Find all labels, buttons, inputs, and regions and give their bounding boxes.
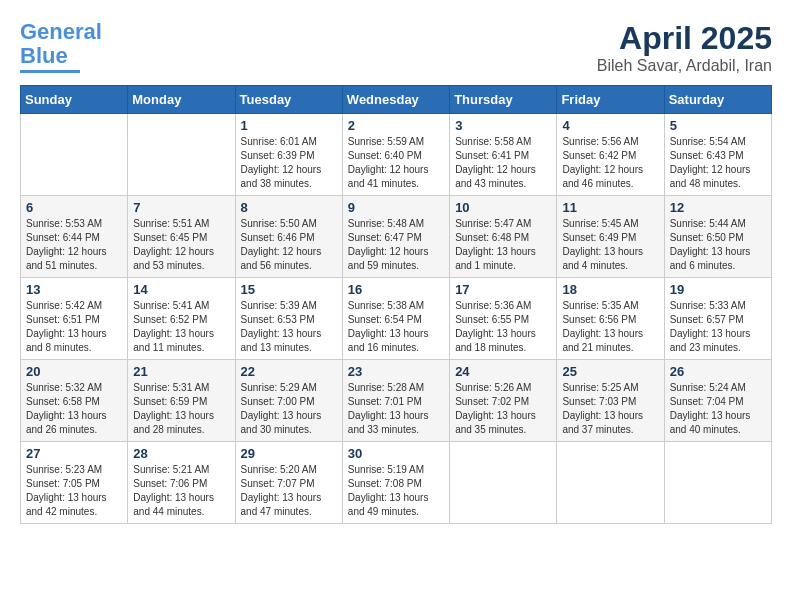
calendar-cell: 25Sunrise: 5:25 AM Sunset: 7:03 PM Dayli… [557, 360, 664, 442]
day-info: Sunrise: 5:51 AM Sunset: 6:45 PM Dayligh… [133, 217, 229, 273]
calendar-cell: 7Sunrise: 5:51 AM Sunset: 6:45 PM Daylig… [128, 196, 235, 278]
day-number: 5 [670, 118, 766, 133]
calendar-cell: 11Sunrise: 5:45 AM Sunset: 6:49 PM Dayli… [557, 196, 664, 278]
day-info: Sunrise: 5:33 AM Sunset: 6:57 PM Dayligh… [670, 299, 766, 355]
calendar-cell [21, 114, 128, 196]
calendar-cell: 17Sunrise: 5:36 AM Sunset: 6:55 PM Dayli… [450, 278, 557, 360]
day-number: 26 [670, 364, 766, 379]
weekday-header: SundayMondayTuesdayWednesdayThursdayFrid… [21, 86, 772, 114]
day-info: Sunrise: 5:20 AM Sunset: 7:07 PM Dayligh… [241, 463, 337, 519]
logo-underline [20, 70, 80, 73]
day-info: Sunrise: 5:36 AM Sunset: 6:55 PM Dayligh… [455, 299, 551, 355]
calendar-cell: 3Sunrise: 5:58 AM Sunset: 6:41 PM Daylig… [450, 114, 557, 196]
weekday-header-cell: Sunday [21, 86, 128, 114]
day-number: 12 [670, 200, 766, 215]
calendar-cell: 24Sunrise: 5:26 AM Sunset: 7:02 PM Dayli… [450, 360, 557, 442]
day-info: Sunrise: 5:56 AM Sunset: 6:42 PM Dayligh… [562, 135, 658, 191]
day-number: 23 [348, 364, 444, 379]
day-info: Sunrise: 5:48 AM Sunset: 6:47 PM Dayligh… [348, 217, 444, 273]
weekday-header-cell: Saturday [664, 86, 771, 114]
calendar-cell: 2Sunrise: 5:59 AM Sunset: 6:40 PM Daylig… [342, 114, 449, 196]
calendar-cell: 15Sunrise: 5:39 AM Sunset: 6:53 PM Dayli… [235, 278, 342, 360]
weekday-header-cell: Wednesday [342, 86, 449, 114]
weekday-header-cell: Monday [128, 86, 235, 114]
calendar-table: SundayMondayTuesdayWednesdayThursdayFrid… [20, 85, 772, 524]
calendar-cell: 16Sunrise: 5:38 AM Sunset: 6:54 PM Dayli… [342, 278, 449, 360]
calendar-cell: 19Sunrise: 5:33 AM Sunset: 6:57 PM Dayli… [664, 278, 771, 360]
day-number: 22 [241, 364, 337, 379]
calendar-week-row: 1Sunrise: 6:01 AM Sunset: 6:39 PM Daylig… [21, 114, 772, 196]
calendar-week-row: 27Sunrise: 5:23 AM Sunset: 7:05 PM Dayli… [21, 442, 772, 524]
day-info: Sunrise: 5:19 AM Sunset: 7:08 PM Dayligh… [348, 463, 444, 519]
day-number: 25 [562, 364, 658, 379]
calendar-cell: 20Sunrise: 5:32 AM Sunset: 6:58 PM Dayli… [21, 360, 128, 442]
logo-text: General Blue [20, 20, 102, 68]
calendar-cell: 29Sunrise: 5:20 AM Sunset: 7:07 PM Dayli… [235, 442, 342, 524]
weekday-header-cell: Tuesday [235, 86, 342, 114]
day-info: Sunrise: 5:38 AM Sunset: 6:54 PM Dayligh… [348, 299, 444, 355]
calendar-week-row: 13Sunrise: 5:42 AM Sunset: 6:51 PM Dayli… [21, 278, 772, 360]
day-number: 8 [241, 200, 337, 215]
day-number: 27 [26, 446, 122, 461]
calendar-week-row: 20Sunrise: 5:32 AM Sunset: 6:58 PM Dayli… [21, 360, 772, 442]
logo-blue: Blue [20, 43, 68, 68]
day-number: 28 [133, 446, 229, 461]
day-info: Sunrise: 5:39 AM Sunset: 6:53 PM Dayligh… [241, 299, 337, 355]
calendar-cell: 27Sunrise: 5:23 AM Sunset: 7:05 PM Dayli… [21, 442, 128, 524]
day-number: 17 [455, 282, 551, 297]
day-info: Sunrise: 5:31 AM Sunset: 6:59 PM Dayligh… [133, 381, 229, 437]
header: General Blue April 2025 Bileh Savar, Ard… [20, 20, 772, 75]
day-info: Sunrise: 5:32 AM Sunset: 6:58 PM Dayligh… [26, 381, 122, 437]
calendar-cell: 26Sunrise: 5:24 AM Sunset: 7:04 PM Dayli… [664, 360, 771, 442]
calendar-cell: 21Sunrise: 5:31 AM Sunset: 6:59 PM Dayli… [128, 360, 235, 442]
calendar-cell: 30Sunrise: 5:19 AM Sunset: 7:08 PM Dayli… [342, 442, 449, 524]
day-number: 1 [241, 118, 337, 133]
calendar-cell: 12Sunrise: 5:44 AM Sunset: 6:50 PM Dayli… [664, 196, 771, 278]
calendar-cell: 23Sunrise: 5:28 AM Sunset: 7:01 PM Dayli… [342, 360, 449, 442]
logo: General Blue [20, 20, 102, 73]
day-number: 16 [348, 282, 444, 297]
day-info: Sunrise: 5:28 AM Sunset: 7:01 PM Dayligh… [348, 381, 444, 437]
day-number: 7 [133, 200, 229, 215]
day-number: 21 [133, 364, 229, 379]
day-info: Sunrise: 5:53 AM Sunset: 6:44 PM Dayligh… [26, 217, 122, 273]
day-number: 13 [26, 282, 122, 297]
day-number: 14 [133, 282, 229, 297]
month-title: April 2025 [597, 20, 772, 57]
logo-general: General [20, 19, 102, 44]
title-area: April 2025 Bileh Savar, Ardabil, Iran [597, 20, 772, 75]
weekday-header-cell: Thursday [450, 86, 557, 114]
calendar-cell: 22Sunrise: 5:29 AM Sunset: 7:00 PM Dayli… [235, 360, 342, 442]
calendar-cell: 18Sunrise: 5:35 AM Sunset: 6:56 PM Dayli… [557, 278, 664, 360]
calendar-cell: 6Sunrise: 5:53 AM Sunset: 6:44 PM Daylig… [21, 196, 128, 278]
day-info: Sunrise: 5:25 AM Sunset: 7:03 PM Dayligh… [562, 381, 658, 437]
day-info: Sunrise: 5:44 AM Sunset: 6:50 PM Dayligh… [670, 217, 766, 273]
day-number: 2 [348, 118, 444, 133]
day-number: 24 [455, 364, 551, 379]
day-info: Sunrise: 5:45 AM Sunset: 6:49 PM Dayligh… [562, 217, 658, 273]
day-number: 18 [562, 282, 658, 297]
day-number: 29 [241, 446, 337, 461]
day-number: 11 [562, 200, 658, 215]
calendar-week-row: 6Sunrise: 5:53 AM Sunset: 6:44 PM Daylig… [21, 196, 772, 278]
day-info: Sunrise: 5:47 AM Sunset: 6:48 PM Dayligh… [455, 217, 551, 273]
day-number: 19 [670, 282, 766, 297]
day-number: 4 [562, 118, 658, 133]
day-info: Sunrise: 5:41 AM Sunset: 6:52 PM Dayligh… [133, 299, 229, 355]
day-number: 30 [348, 446, 444, 461]
day-info: Sunrise: 5:26 AM Sunset: 7:02 PM Dayligh… [455, 381, 551, 437]
day-info: Sunrise: 5:42 AM Sunset: 6:51 PM Dayligh… [26, 299, 122, 355]
calendar-cell [557, 442, 664, 524]
calendar-cell [450, 442, 557, 524]
calendar-body: 1Sunrise: 6:01 AM Sunset: 6:39 PM Daylig… [21, 114, 772, 524]
location-title: Bileh Savar, Ardabil, Iran [597, 57, 772, 75]
calendar-cell: 9Sunrise: 5:48 AM Sunset: 6:47 PM Daylig… [342, 196, 449, 278]
day-info: Sunrise: 5:23 AM Sunset: 7:05 PM Dayligh… [26, 463, 122, 519]
day-info: Sunrise: 5:35 AM Sunset: 6:56 PM Dayligh… [562, 299, 658, 355]
day-info: Sunrise: 5:59 AM Sunset: 6:40 PM Dayligh… [348, 135, 444, 191]
calendar-cell: 10Sunrise: 5:47 AM Sunset: 6:48 PM Dayli… [450, 196, 557, 278]
calendar-cell: 5Sunrise: 5:54 AM Sunset: 6:43 PM Daylig… [664, 114, 771, 196]
day-info: Sunrise: 5:50 AM Sunset: 6:46 PM Dayligh… [241, 217, 337, 273]
calendar-cell: 14Sunrise: 5:41 AM Sunset: 6:52 PM Dayli… [128, 278, 235, 360]
day-info: Sunrise: 5:21 AM Sunset: 7:06 PM Dayligh… [133, 463, 229, 519]
